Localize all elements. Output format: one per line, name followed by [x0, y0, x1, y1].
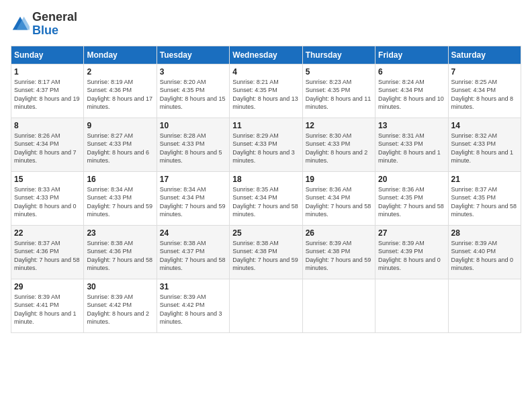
calendar-cell: 21 Sunrise: 8:37 AM Sunset: 4:35 PM Dayl…: [448, 171, 521, 225]
day-number: 29: [14, 282, 81, 291]
day-number: 11: [232, 121, 299, 130]
logo-icon: [11, 15, 30, 34]
calendar-cell: 22 Sunrise: 8:37 AM Sunset: 4:36 PM Dayl…: [11, 225, 84, 279]
day-info: Sunrise: 8:23 AM Sunset: 4:35 PM Dayligh…: [306, 78, 372, 111]
calendar-week-3: 15 Sunrise: 8:33 AM Sunset: 4:33 PM Dayl…: [11, 171, 521, 225]
day-info: Sunrise: 8:19 AM Sunset: 4:36 PM Dayligh…: [87, 78, 153, 111]
calendar-cell: [448, 279, 521, 332]
day-info: Sunrise: 8:38 AM Sunset: 4:36 PM Dayligh…: [87, 239, 153, 273]
calendar-week-4: 22 Sunrise: 8:37 AM Sunset: 4:36 PM Dayl…: [11, 225, 521, 279]
calendar-header-row: SundayMondayTuesdayWednesdayThursdayFrid…: [11, 46, 521, 64]
day-number: 10: [160, 121, 226, 130]
day-number: 21: [451, 175, 518, 184]
calendar-cell: 6 Sunrise: 8:24 AM Sunset: 4:34 PM Dayli…: [375, 64, 448, 118]
day-number: 6: [378, 67, 445, 77]
day-number: 15: [14, 175, 81, 184]
calendar-cell: 12 Sunrise: 8:30 AM Sunset: 4:33 PM Dayl…: [302, 118, 375, 171]
calendar-cell: 19 Sunrise: 8:36 AM Sunset: 4:34 PM Dayl…: [302, 171, 375, 225]
day-number: 7: [451, 67, 518, 77]
day-info: Sunrise: 8:30 AM Sunset: 4:33 PM Dayligh…: [306, 132, 372, 165]
calendar-cell: 27 Sunrise: 8:39 AM Sunset: 4:39 PM Dayl…: [375, 225, 448, 279]
day-number: 22: [14, 228, 81, 238]
calendar-cell: 9 Sunrise: 8:27 AM Sunset: 4:33 PM Dayli…: [84, 118, 157, 171]
day-info: Sunrise: 8:17 AM Sunset: 4:37 PM Dayligh…: [14, 78, 81, 111]
day-number: 12: [306, 121, 372, 130]
calendar-cell: [230, 279, 302, 332]
day-number: 18: [232, 175, 299, 184]
page-header: General Blue: [11, 11, 521, 38]
calendar-cell: 28 Sunrise: 8:39 AM Sunset: 4:40 PM Dayl…: [448, 225, 521, 279]
day-info: Sunrise: 8:39 AM Sunset: 4:41 PM Dayligh…: [14, 293, 81, 326]
day-info: Sunrise: 8:39 AM Sunset: 4:39 PM Dayligh…: [378, 239, 445, 273]
day-number: 16: [87, 175, 153, 184]
calendar-cell: 5 Sunrise: 8:23 AM Sunset: 4:35 PM Dayli…: [302, 64, 375, 118]
day-number: 26: [306, 228, 372, 238]
day-number: 14: [451, 121, 518, 130]
day-info: Sunrise: 8:37 AM Sunset: 4:35 PM Dayligh…: [451, 185, 518, 219]
calendar-cell: 15 Sunrise: 8:33 AM Sunset: 4:33 PM Dayl…: [11, 171, 84, 225]
calendar-header-saturday: Saturday: [448, 46, 521, 64]
calendar-cell: 1 Sunrise: 8:17 AM Sunset: 4:37 PM Dayli…: [11, 64, 84, 118]
day-number: 17: [160, 175, 226, 184]
calendar-cell: 26 Sunrise: 8:39 AM Sunset: 4:38 PM Dayl…: [302, 225, 375, 279]
day-info: Sunrise: 8:21 AM Sunset: 4:35 PM Dayligh…: [232, 78, 299, 111]
calendar-cell: 2 Sunrise: 8:19 AM Sunset: 4:36 PM Dayli…: [84, 64, 157, 118]
day-info: Sunrise: 8:29 AM Sunset: 4:33 PM Dayligh…: [232, 132, 299, 165]
calendar-cell: 20 Sunrise: 8:36 AM Sunset: 4:35 PM Dayl…: [375, 171, 448, 225]
calendar-cell: 7 Sunrise: 8:25 AM Sunset: 4:34 PM Dayli…: [448, 64, 521, 118]
calendar-cell: 17 Sunrise: 8:34 AM Sunset: 4:34 PM Dayl…: [157, 171, 229, 225]
calendar-cell: 14 Sunrise: 8:32 AM Sunset: 4:33 PM Dayl…: [448, 118, 521, 171]
calendar-header-sunday: Sunday: [11, 46, 84, 64]
calendar-header-wednesday: Wednesday: [230, 46, 302, 64]
calendar-week-5: 29 Sunrise: 8:39 AM Sunset: 4:41 PM Dayl…: [11, 279, 521, 332]
day-info: Sunrise: 8:34 AM Sunset: 4:34 PM Dayligh…: [160, 185, 226, 219]
day-info: Sunrise: 8:39 AM Sunset: 4:38 PM Dayligh…: [306, 239, 372, 273]
day-info: Sunrise: 8:36 AM Sunset: 4:34 PM Dayligh…: [306, 185, 372, 219]
logo: General Blue: [11, 11, 77, 38]
calendar-cell: 18 Sunrise: 8:35 AM Sunset: 4:34 PM Dayl…: [230, 171, 302, 225]
logo-blue: Blue: [32, 24, 58, 37]
day-number: 1: [14, 67, 81, 77]
day-number: 13: [378, 121, 445, 130]
day-number: 4: [232, 67, 299, 77]
day-number: 20: [378, 175, 445, 184]
day-number: 27: [378, 228, 445, 238]
day-info: Sunrise: 8:37 AM Sunset: 4:36 PM Dayligh…: [14, 239, 81, 273]
calendar-cell: 4 Sunrise: 8:21 AM Sunset: 4:35 PM Dayli…: [230, 64, 302, 118]
day-info: Sunrise: 8:32 AM Sunset: 4:33 PM Dayligh…: [451, 132, 518, 165]
calendar: SundayMondayTuesdayWednesdayThursdayFrid…: [11, 46, 521, 333]
day-info: Sunrise: 8:25 AM Sunset: 4:34 PM Dayligh…: [451, 78, 518, 111]
calendar-header-monday: Monday: [84, 46, 157, 64]
day-info: Sunrise: 8:39 AM Sunset: 4:42 PM Dayligh…: [87, 293, 153, 326]
day-number: 5: [306, 67, 372, 77]
day-info: Sunrise: 8:39 AM Sunset: 4:42 PM Dayligh…: [160, 293, 226, 326]
day-info: Sunrise: 8:34 AM Sunset: 4:33 PM Dayligh…: [87, 185, 153, 219]
day-number: 31: [160, 282, 226, 291]
calendar-header-friday: Friday: [375, 46, 448, 64]
day-info: Sunrise: 8:38 AM Sunset: 4:38 PM Dayligh…: [232, 239, 299, 273]
day-number: 30: [87, 282, 153, 291]
day-number: 24: [160, 228, 226, 238]
calendar-cell: [375, 279, 448, 332]
logo-general: General: [32, 11, 77, 24]
day-number: 3: [160, 67, 226, 77]
day-info: Sunrise: 8:27 AM Sunset: 4:33 PM Dayligh…: [87, 132, 153, 165]
calendar-cell: 31 Sunrise: 8:39 AM Sunset: 4:42 PM Dayl…: [157, 279, 229, 332]
day-number: 25: [232, 228, 299, 238]
calendar-cell: 16 Sunrise: 8:34 AM Sunset: 4:33 PM Dayl…: [84, 171, 157, 225]
day-number: 8: [14, 121, 81, 130]
calendar-week-2: 8 Sunrise: 8:26 AM Sunset: 4:34 PM Dayli…: [11, 118, 521, 171]
day-info: Sunrise: 8:35 AM Sunset: 4:34 PM Dayligh…: [232, 185, 299, 219]
calendar-cell: 30 Sunrise: 8:39 AM Sunset: 4:42 PM Dayl…: [84, 279, 157, 332]
calendar-cell: 25 Sunrise: 8:38 AM Sunset: 4:38 PM Dayl…: [230, 225, 302, 279]
logo-text: General Blue: [32, 11, 77, 38]
calendar-cell: 11 Sunrise: 8:29 AM Sunset: 4:33 PM Dayl…: [230, 118, 302, 171]
day-info: Sunrise: 8:36 AM Sunset: 4:35 PM Dayligh…: [378, 185, 445, 219]
day-info: Sunrise: 8:39 AM Sunset: 4:40 PM Dayligh…: [451, 239, 518, 273]
day-number: 23: [87, 228, 153, 238]
day-number: 9: [87, 121, 153, 130]
day-number: 19: [306, 175, 372, 184]
calendar-header-tuesday: Tuesday: [157, 46, 229, 64]
calendar-cell: 29 Sunrise: 8:39 AM Sunset: 4:41 PM Dayl…: [11, 279, 84, 332]
calendar-cell: 24 Sunrise: 8:38 AM Sunset: 4:37 PM Dayl…: [157, 225, 229, 279]
